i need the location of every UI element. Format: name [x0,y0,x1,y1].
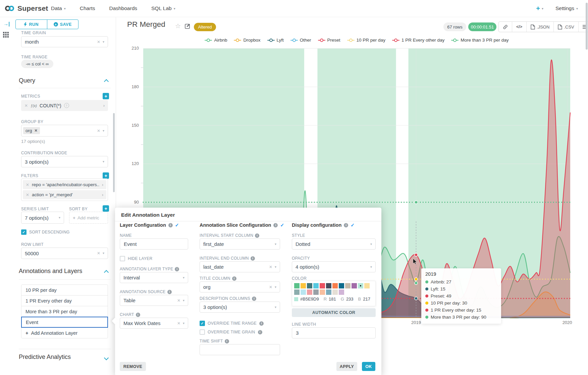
hide-layer-checkbox[interactable] [120,256,125,261]
r-value[interactable]: 181 [329,297,336,302]
color-swatch[interactable] [339,289,344,295]
automatic-color-button[interactable]: AUTOMATIC COLOR [292,308,376,317]
annotation-layer-type-select[interactable]: Interval ▾ [120,272,188,283]
annotation-layer-item[interactable]: More than 3 PR per day [21,306,108,317]
name-input[interactable] [120,238,188,250]
color-swatch[interactable] [307,283,312,288]
color-swatch[interactable] [326,289,331,295]
time-grain-select[interactable]: month ✕ ▾ [21,36,108,47]
g-value[interactable]: 233 [346,297,354,302]
add-sort-metric-button[interactable]: + [103,205,109,212]
clear-icon[interactable]: ✕ [97,251,100,255]
clear-icon[interactable]: ✕ [97,129,100,133]
row-limit-select[interactable]: 50000 ✕ ▾ [21,248,108,259]
clear-icon[interactable]: ✕ [269,265,272,269]
contribution-mode-select[interactable]: 3 option(s) ▾ [21,156,108,167]
run-button[interactable]: RUN [16,20,47,29]
time-shift-input[interactable] [200,344,280,355]
color-swatch[interactable] [313,283,319,288]
filter-pill[interactable]: ✕action = 'pr_merged'› [23,190,106,199]
legend-item[interactable]: 1 PR Every other day [392,38,444,43]
sort-by-input[interactable]: + Add metric [69,212,108,224]
clear-icon[interactable]: ✕ [177,299,180,303]
color-swatch[interactable] [301,283,306,288]
color-swatch[interactable] [313,289,319,295]
metric-pill[interactable]: ✕ ƒ(x) COUNT(*) ? › [21,100,108,111]
color-swatch[interactable] [307,289,312,295]
sort-descending-checkbox[interactable]: ✓ [21,229,26,235]
color-swatch[interactable] [345,283,351,288]
group-by-select[interactable]: org ✕ ✕ ▾ [21,125,108,137]
chart-source-select[interactable]: Max Work Dates ✕ ▾ [120,318,188,329]
legend-item[interactable]: Dropbox [234,38,260,43]
export-json-button[interactable]: .JSON [527,22,554,32]
legend-item[interactable]: More than 3 PR per day [451,38,509,43]
series-limit-select[interactable]: 7 option(s) ▾ [21,212,64,224]
nav-item-data[interactable]: Data▾ [51,5,66,11]
copy-link-button[interactable] [499,22,512,32]
color-swatch[interactable] [326,283,331,288]
annotation-layer-item[interactable]: Event [21,317,108,328]
edit-title-icon[interactable] [185,23,191,29]
filter-pill[interactable]: ✕repo = 'apache/incubator-supers...› [23,180,106,189]
clear-icon[interactable]: ✕ [177,321,180,325]
remove-metric-icon[interactable]: ✕ [24,104,28,108]
clear-icon[interactable]: ✕ [97,40,100,44]
color-swatch[interactable] [339,283,344,288]
nav-item-sql-lab[interactable]: SQL Lab▾ [151,5,175,11]
title-column-select[interactable]: org ✕ ▾ [200,281,280,292]
ok-button[interactable]: OK [362,362,375,371]
add-filter-button[interactable]: + [103,172,109,179]
annotation-source-select[interactable]: Table ✕ ▾ [120,295,188,306]
collapse-section-icon[interactable] [104,79,109,84]
nav-item-charts[interactable]: Charts [80,5,95,11]
color-swatch[interactable] [352,283,357,288]
export-csv-button[interactable]: .CSV [554,22,578,32]
remove-filter-icon[interactable]: ✕ [26,193,29,197]
annotation-layer-item[interactable]: 10 PR per day [21,284,108,296]
line-width-input[interactable] [292,327,376,338]
color-swatch[interactable] [332,289,338,295]
remove-tag-icon[interactable]: ✕ [35,128,38,133]
page-scrollbar[interactable] [586,3,588,50]
group-by-tag[interactable]: org ✕ [23,127,40,134]
add-metric-button[interactable]: + [103,93,109,99]
legend-item[interactable]: Preset [318,38,340,43]
save-button[interactable]: + SAVE [47,20,78,29]
override-time-grain-checkbox[interactable] [200,329,205,335]
legend-item[interactable]: Lyft [267,38,284,43]
remove-button[interactable]: REMOVE [120,362,146,371]
interval-start-select[interactable]: first_date ▾ [200,238,280,250]
embed-code-button[interactable]: </> [512,22,527,32]
apply-button[interactable]: APPLY [336,362,357,371]
add-menu-button[interactable]: + ▾ [536,5,543,12]
legend-item[interactable]: Airbnb [205,38,227,43]
superset-logo[interactable]: Superset [5,0,48,17]
add-annotation-layer-button[interactable]: +Add Annotation Layer [21,327,108,338]
time-range-pill[interactable]: -∞ ≤ col < ∞ [21,60,53,68]
nav-item-dashboards[interactable]: Dashboards [109,5,137,11]
description-columns-select[interactable]: 3 option(s) ▾ [200,302,280,313]
clear-icon[interactable]: ✕ [269,285,272,289]
color-swatch[interactable] [320,283,325,288]
style-select[interactable]: Dotted ▾ [292,238,376,250]
altered-badge[interactable]: Altered [194,23,216,31]
legend-item[interactable]: Other [290,38,311,43]
collapse-section-icon[interactable] [104,270,109,275]
override-time-range-checkbox[interactable]: ✓ [200,321,205,326]
color-swatch[interactable] [358,283,363,288]
favorite-star-icon[interactable]: ☆ [175,22,181,30]
legend-item[interactable]: 10 PR per day [347,38,385,43]
b-value[interactable]: 217 [363,297,370,302]
opacity-select[interactable]: 4 option(s) ▾ [292,261,376,272]
settings-menu[interactable]: Settings ▾ [555,5,578,11]
color-swatch[interactable] [294,283,300,288]
color-swatch[interactable] [294,289,300,295]
expand-section-icon[interactable] [104,356,109,360]
interval-end-select[interactable]: last_date ✕ ▾ [200,261,280,272]
remove-filter-icon[interactable]: ✕ [26,183,29,187]
hex-value[interactable]: #B5E9D9 [300,297,319,302]
annotation-layer-item[interactable]: 1 PR Every other day [21,295,108,306]
color-swatch[interactable] [320,289,325,295]
panel-scrollbar[interactable] [113,113,115,192]
